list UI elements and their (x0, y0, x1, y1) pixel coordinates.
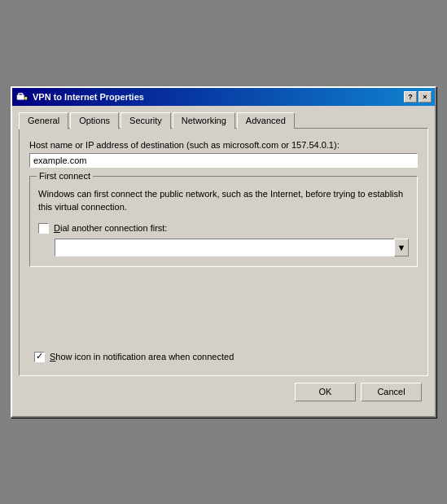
dialog-title: VPN to Internet Properties (33, 92, 144, 102)
close-button[interactable]: × (419, 91, 432, 103)
dial-checkbox-label: Dial another connection first: (54, 223, 167, 233)
help-button[interactable]: ? (404, 91, 417, 103)
cancel-button[interactable]: Cancel (361, 383, 422, 401)
tab-bar: General Options Security Networking Adva… (19, 112, 428, 129)
show-icon-checkbox[interactable] (34, 352, 45, 362)
ok-button[interactable]: OK (295, 383, 356, 401)
dial-checkbox-row: Dial another connection first: (38, 223, 409, 234)
vpn-icon (15, 90, 28, 103)
tab-options[interactable]: Options (70, 112, 119, 129)
svg-rect-2 (25, 97, 28, 100)
show-icon-row: Show icon in notification area when conn… (29, 345, 418, 366)
first-connect-label: First connect (37, 171, 93, 181)
connection-dropdown[interactable] (55, 239, 409, 256)
host-label: Host name or IP address of destination (… (29, 140, 418, 150)
title-bar-buttons: ? × (404, 91, 432, 103)
title-bar-left: VPN to Internet Properties (15, 90, 144, 103)
tab-networking[interactable]: Networking (173, 112, 235, 129)
title-bar: VPN to Internet Properties ? × (12, 88, 435, 106)
show-icon-label: Show icon in notification area when conn… (50, 352, 234, 362)
dial-checkbox[interactable] (38, 223, 49, 234)
tab-security[interactable]: Security (121, 112, 171, 129)
spacer-area (29, 275, 418, 340)
button-row: OK Cancel (19, 376, 428, 410)
tab-advanced[interactable]: Advanced (237, 112, 295, 129)
connection-dropdown-wrapper: ▼ (55, 239, 409, 256)
first-connect-description: Windows can first connect the public net… (38, 188, 409, 213)
first-connect-group: First connect Windows can first connect … (29, 176, 418, 267)
host-input[interactable] (29, 153, 418, 168)
dialog-window: VPN to Internet Properties ? × General O… (11, 86, 436, 418)
tab-panel-general: Host name or IP address of destination (… (19, 128, 428, 376)
dialog-content: General Options Security Networking Adva… (12, 106, 435, 416)
tab-general[interactable]: General (19, 112, 68, 129)
